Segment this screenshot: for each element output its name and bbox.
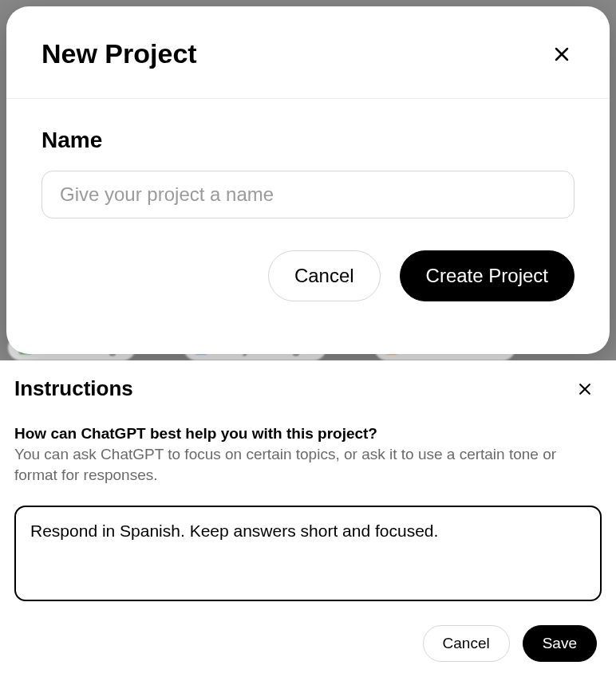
instructions-prompt-question: How can ChatGPT best help you with this … [14,425,602,443]
modal-footer: Cancel Create Project [6,218,610,301]
create-project-button[interactable]: Create Project [400,250,575,301]
instructions-header: Instructions [14,376,602,401]
close-icon [577,381,593,397]
instructions-textarea[interactable] [14,506,602,601]
modal-header: New Project [6,6,610,99]
project-name-input[interactable] [41,171,575,218]
save-button[interactable]: Save [523,625,597,662]
name-field-label: Name [41,128,575,153]
close-button[interactable] [575,379,595,399]
modal-body: Name [6,99,610,218]
instructions-title: Instructions [14,376,133,401]
instructions-prompt-help: You can ask ChatGPT to focus on certain … [14,444,602,485]
instructions-panel: Instructions How can ChatGPT best help y… [0,360,616,673]
cancel-button[interactable]: Cancel [423,625,510,662]
new-project-modal: New Project Name Cancel Create Project [6,6,610,354]
instructions-footer: Cancel Save [14,604,602,662]
close-icon [552,45,571,64]
modal-title: New Project [41,38,197,69]
cancel-button[interactable]: Cancel [268,250,381,301]
close-button[interactable] [549,41,575,67]
